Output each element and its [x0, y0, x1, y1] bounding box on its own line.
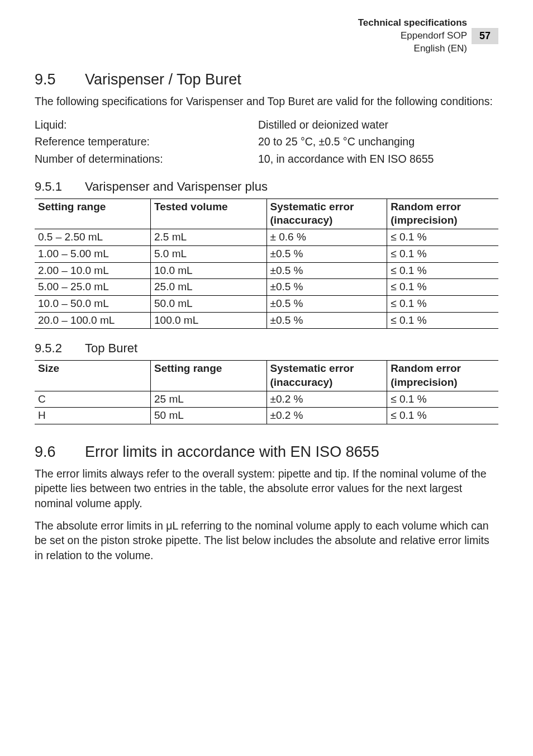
col-systematic-error: Systematic error(inaccuracy) — [266, 199, 387, 229]
condition-row: Number of determinations: 10, in accorda… — [35, 150, 498, 167]
header-line1: Technical specifications — [358, 17, 467, 30]
section-title: Varispenser / Top Buret — [85, 71, 241, 88]
section-9-5-heading: 9.5Varispenser / Top Buret — [35, 71, 498, 88]
col-systematic-error: Systematic error(inaccuracy) — [266, 361, 387, 391]
header-line3: English (EN) — [358, 42, 467, 55]
subsection-title: Top Buret — [85, 341, 137, 355]
col-random-error: Random error(imprecision) — [387, 199, 498, 229]
conditions-list: Liquid: Distilled or deionized water Ref… — [35, 116, 498, 167]
col-size: Size — [35, 361, 151, 391]
condition-value: Distilled or deionized water — [258, 116, 498, 133]
table-header-row: Setting range Tested volume Systematic e… — [35, 199, 498, 229]
table-row: C25 mL±0.2 %≤ 0.1 % — [35, 391, 498, 408]
section-9-5-1-heading: 9.5.1Varispenser and Varispenser plus — [35, 179, 498, 194]
condition-label: Number of determinations: — [35, 150, 258, 167]
col-tested-volume: Tested volume — [151, 199, 267, 229]
subsection-title: Varispenser and Varispenser plus — [85, 179, 268, 193]
condition-label: Liquid: — [35, 116, 258, 133]
condition-row: Liquid: Distilled or deionized water — [35, 116, 498, 133]
condition-label: Reference temperature: — [35, 133, 258, 150]
condition-row: Reference temperature: 20 to 25 °C, ±0.5… — [35, 133, 498, 150]
table-row: 0.5 – 2.50 mL2.5 mL± 0.6 %≤ 0.1 % — [35, 229, 498, 246]
page-number-badge: 57 — [472, 28, 498, 44]
condition-value: 20 to 25 °C, ±0.5 °C unchanging — [258, 133, 498, 150]
section-9-6-heading: 9.6Error limits in accordance with EN IS… — [35, 443, 498, 461]
varispenser-table: Setting range Tested volume Systematic e… — [35, 199, 498, 329]
col-random-error: Random error(imprecision) — [387, 361, 498, 391]
subsection-number: 9.5.1 — [35, 179, 85, 194]
table-row: 2.00 – 10.0 mL10.0 mL±0.5 %≤ 0.1 % — [35, 262, 498, 279]
table-row: 1.00 – 5.00 mL5.0 mL±0.5 %≤ 0.1 % — [35, 245, 498, 262]
col-setting-range: Setting range — [35, 199, 151, 229]
section-number: 9.5 — [35, 71, 85, 88]
table-row: 20.0 – 100.0 mL100.0 mL±0.5 %≤ 0.1 % — [35, 312, 498, 329]
table-header-row: Size Setting range Systematic error(inac… — [35, 361, 498, 391]
table-row: 5.00 – 25.0 mL25.0 mL±0.5 %≤ 0.1 % — [35, 279, 498, 296]
section-9-5-intro: The following specifications for Varispe… — [35, 94, 498, 108]
table-row: 10.0 – 50.0 mL50.0 mL±0.5 %≤ 0.1 % — [35, 295, 498, 312]
section-9-6-p1: The error limits always refer to the ove… — [35, 466, 498, 511]
subsection-number: 9.5.2 — [35, 341, 85, 356]
section-9-5-2-heading: 9.5.2Top Buret — [35, 341, 498, 356]
header-text: Technical specifications Eppendorf SOP E… — [358, 17, 467, 55]
page-header: Technical specifications Eppendorf SOP E… — [35, 17, 498, 55]
section-number: 9.6 — [35, 443, 85, 461]
condition-value: 10, in accordance with EN ISO 8655 — [258, 150, 498, 167]
header-line2: Eppendorf SOP — [358, 30, 467, 42]
col-setting-range: Setting range — [151, 361, 267, 391]
section-title: Error limits in accordance with EN ISO 8… — [85, 443, 379, 460]
section-9-6-p2: The absolute error limits in μL referrin… — [35, 518, 498, 563]
table-row: H50 mL±0.2 %≤ 0.1 % — [35, 408, 498, 424]
top-buret-table: Size Setting range Systematic error(inac… — [35, 360, 498, 424]
